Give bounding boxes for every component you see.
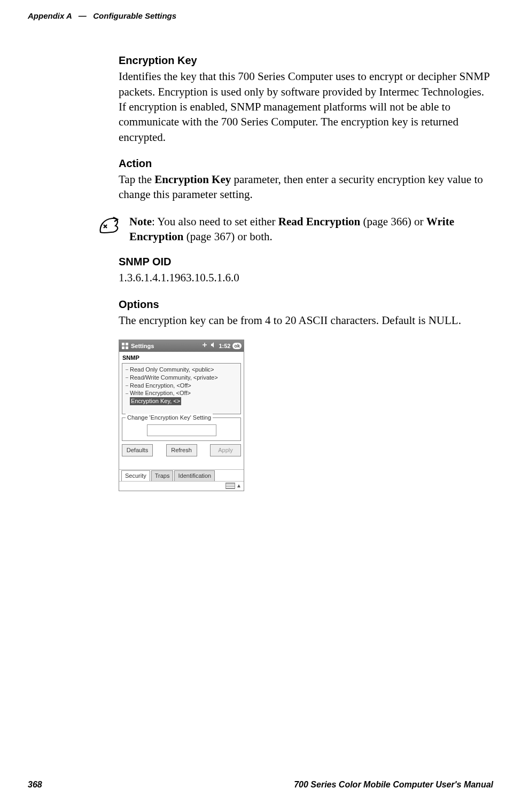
page-number: 368 (28, 779, 42, 791)
tree-item-encryption-key[interactable]: Encryption Key, <> (130, 397, 181, 405)
titlebar-time: 1:52 (219, 342, 230, 350)
sip-arrow-icon[interactable]: ▲ (236, 482, 242, 490)
tree-item-read-only-community[interactable]: Read Only Community, <public> (125, 366, 238, 374)
app-title: SNMP (119, 352, 244, 363)
settings-tree[interactable]: Read Only Community, <public> Read/Write… (122, 363, 241, 414)
body-options: The encryption key can be from 4 to 20 A… (119, 313, 491, 328)
header-separator: — (79, 11, 87, 20)
heading-encryption-key: Encryption Key (119, 53, 491, 68)
svg-rect-1 (126, 343, 128, 345)
titlebar-label: Settings (131, 342, 154, 350)
tab-identification[interactable]: Identification (174, 470, 215, 481)
svg-rect-3 (126, 346, 128, 349)
heading-options: Options (119, 297, 491, 312)
tree-item-read-write-community[interactable]: Read/Write Community, <private> (125, 374, 238, 382)
volume-icon[interactable] (210, 342, 216, 350)
appendix-label: Appendix A (28, 11, 72, 20)
svg-rect-0 (122, 343, 125, 345)
heading-action: Action (119, 156, 491, 171)
refresh-button[interactable]: Refresh (166, 444, 197, 456)
change-setting-fieldset: Change 'Encryption Key' Setting (122, 417, 241, 441)
encryption-key-input[interactable] (147, 424, 216, 436)
heading-snmp-oid: SNMP OID (119, 255, 491, 269)
apply-button: Apply (210, 444, 241, 456)
tab-security[interactable]: Security (121, 470, 150, 481)
body-encryption-key: Identifies the key that this 700 Series … (119, 69, 491, 145)
header-section: Configurable Settings (93, 11, 176, 20)
defaults-button[interactable]: Defaults (122, 444, 153, 456)
sip-bar: ▲ (119, 481, 244, 491)
pocketpc-screenshot: Settings 1:52 ok SNMP Read Only Communit… (119, 340, 244, 491)
ok-button[interactable]: ok (232, 343, 242, 349)
body-action: Tap the Encryption Key parameter, then e… (119, 172, 491, 202)
fieldset-legend: Change 'Encryption Key' Setting (126, 414, 213, 422)
connectivity-icon[interactable] (201, 342, 208, 350)
note-icon (97, 224, 121, 237)
keyboard-icon[interactable] (225, 483, 235, 489)
svg-rect-2 (122, 346, 125, 349)
note-text: Note: You also need to set either Read E… (129, 214, 491, 245)
tab-bar: Security Traps Identification (119, 469, 244, 481)
start-flag-icon[interactable] (121, 342, 129, 350)
tab-traps[interactable]: Traps (151, 470, 174, 481)
page-footer: 368 700 Series Color Mobile Computer Use… (28, 779, 493, 791)
note-block: Note: You also need to set either Read E… (97, 214, 491, 245)
manual-title: 700 Series Color Mobile Computer User's … (294, 779, 493, 791)
tree-item-read-encryption[interactable]: Read Encryption, <Off> (125, 382, 238, 390)
value-snmp-oid: 1.3.6.1.4.1.1963.10.5.1.6.0 (119, 270, 491, 285)
titlebar: Settings 1:52 ok (119, 340, 244, 352)
running-header: Appendix A — Configurable Settings (28, 11, 493, 21)
tree-item-write-encryption[interactable]: Write Encryption, <Off> (125, 389, 238, 397)
